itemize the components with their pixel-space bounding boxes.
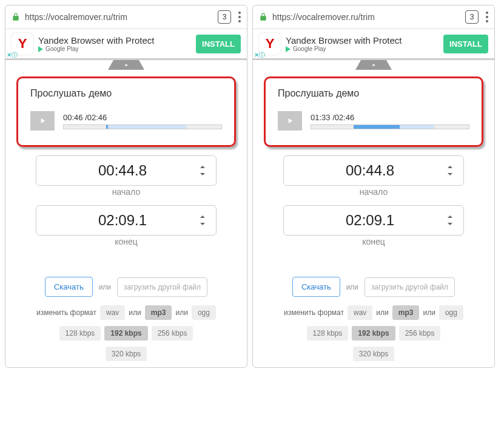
end-stepper: 02:09.1 конец (283, 205, 464, 246)
url-bar[interactable]: https://vocalremover.ru/trim 3 (253, 5, 494, 29)
ad-info-icon[interactable]: ✕ⓘ (254, 51, 265, 59)
ad-title: Yandex Browser with Protect (38, 35, 196, 46)
format-wav[interactable]: wav (100, 305, 125, 320)
expand-tab[interactable] (355, 60, 392, 70)
progress-bar[interactable] (311, 124, 469, 129)
lock-icon (12, 13, 20, 21)
end-value[interactable]: 02:09.1 (46, 212, 199, 229)
bitrate-256[interactable]: 256 kbps (399, 326, 441, 341)
play-store-icon (286, 46, 291, 52)
end-value[interactable]: 02:09.1 (294, 212, 446, 229)
start-value[interactable]: 00:44.8 (294, 162, 446, 179)
install-button[interactable]: INSTALL (196, 35, 241, 53)
bitrate-row: 128 kbps 192 kbps 256 kbps (253, 326, 494, 341)
lock-icon (259, 13, 267, 21)
playback-time: 00:46 /02:46 (63, 113, 222, 122)
download-button[interactable]: Скачать (292, 277, 340, 297)
url-bar[interactable]: https://vocalremover.ru/trim 3 (5, 5, 247, 29)
format-row: изменить формат wav или mp3 или ogg (253, 305, 494, 320)
bitrate-320[interactable]: 320 kbps (353, 347, 395, 361)
start-stepper: 00:44.8 начало (36, 155, 217, 197)
demo-title: Прослушать демо (30, 88, 222, 99)
format-wav[interactable]: wav (348, 305, 372, 320)
chevron-up-icon (369, 61, 378, 69)
chevron-down-icon[interactable] (199, 222, 206, 226)
chevron-down-icon[interactable] (446, 222, 454, 226)
end-label: конец (36, 237, 217, 246)
format-ogg[interactable]: ogg (439, 305, 463, 320)
actions-row: Скачать или загрузить другой файл (5, 277, 247, 297)
phone-right: https://vocalremover.ru/trim 3 Y Yandex … (252, 5, 495, 368)
demo-title: Прослушать демо (278, 88, 469, 99)
demo-player-card: Прослушать демо 01:33 /02:46 (264, 76, 483, 147)
end-label: конец (283, 237, 464, 246)
bitrate-row: 128 kbps 192 kbps 256 kbps (5, 326, 247, 341)
progress-fill (106, 125, 108, 129)
chevron-up-icon[interactable] (446, 165, 454, 169)
progress-fill (354, 125, 399, 129)
play-button[interactable] (30, 111, 55, 131)
bitrate-128[interactable]: 128 kbps (59, 326, 101, 341)
tab-count[interactable]: 3 (465, 10, 479, 24)
actions-row: Скачать или загрузить другой файл (253, 277, 494, 297)
bitrate-128[interactable]: 128 kbps (307, 326, 349, 341)
format-mp3[interactable]: mp3 (392, 305, 420, 320)
bitrate-192[interactable]: 192 kbps (104, 326, 147, 341)
ad-banner[interactable]: Y Yandex Browser with Protect Google Pla… (253, 29, 494, 60)
play-icon (38, 117, 47, 125)
menu-icon[interactable] (486, 12, 488, 22)
ad-store: Google Play (286, 46, 443, 52)
playback-time: 01:33 /02:46 (311, 113, 469, 122)
expand-tab[interactable] (108, 60, 144, 70)
ad-info-icon[interactable]: ✕ⓘ (7, 51, 18, 59)
upload-button[interactable]: загрузить другой файл (117, 277, 207, 297)
chevron-down-icon[interactable] (446, 172, 454, 177)
bitrate-256[interactable]: 256 kbps (152, 326, 193, 341)
menu-icon[interactable] (238, 12, 241, 22)
chevron-up-icon[interactable] (199, 165, 206, 169)
ad-banner[interactable]: Y Yandex Browser with Protect Google Pla… (5, 29, 247, 60)
format-ogg[interactable]: ogg (192, 305, 216, 320)
tab-count[interactable]: 3 (218, 10, 231, 24)
chevron-up-icon[interactable] (199, 214, 206, 219)
play-button[interactable] (278, 111, 302, 131)
play-icon (286, 117, 294, 125)
play-store-icon (38, 46, 43, 52)
start-value[interactable]: 00:44.8 (46, 162, 199, 179)
install-button[interactable]: INSTALL (443, 35, 488, 53)
ad-store: Google Play (38, 46, 196, 52)
start-label: начало (283, 187, 464, 197)
bitrate-320[interactable]: 320 kbps (106, 347, 147, 361)
start-label: начало (36, 187, 217, 197)
chevron-up-icon (122, 61, 130, 69)
trim-range (106, 125, 187, 129)
chevron-up-icon[interactable] (446, 214, 454, 219)
url-text: https://vocalremover.ru/trim (25, 12, 213, 22)
download-button[interactable]: Скачать (45, 277, 93, 297)
ad-title: Yandex Browser with Protect (286, 35, 443, 46)
end-stepper: 02:09.1 конец (36, 205, 217, 246)
format-row: изменить формат wav или mp3 или ogg (5, 305, 247, 320)
progress-bar[interactable] (63, 124, 222, 129)
demo-player-card: Прослушать демо 00:46 /02:46 (16, 76, 236, 147)
upload-button[interactable]: загрузить другой файл (365, 277, 455, 297)
phone-left: https://vocalremover.ru/trim 3 Y Yandex … (5, 5, 247, 368)
format-mp3[interactable]: mp3 (145, 305, 172, 320)
chevron-down-icon[interactable] (199, 172, 206, 177)
url-text: https://vocalremover.ru/trim (272, 12, 460, 22)
start-stepper: 00:44.8 начало (283, 155, 464, 197)
bitrate-192[interactable]: 192 kbps (352, 326, 395, 341)
